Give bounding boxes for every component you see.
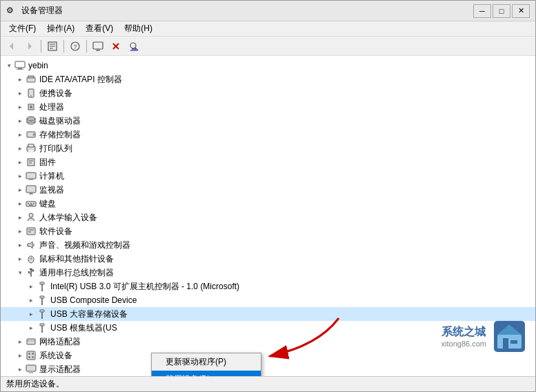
- tree-item[interactable]: ▸鼠标和其他指针设备: [1, 252, 535, 266]
- item-label: 键盘: [39, 198, 56, 210]
- item-label: 便携设备: [39, 88, 72, 99]
- window-icon: ⚙: [6, 6, 17, 17]
- svg-rect-63: [40, 296, 44, 298]
- context-update-driver[interactable]: 更新驱动程序(P): [152, 353, 261, 371]
- watermark-logo: [490, 317, 528, 355]
- expand-icon: ▸: [14, 115, 26, 126]
- svg-point-47: [29, 213, 33, 217]
- device-icon: [26, 267, 37, 278]
- svg-rect-80: [28, 371, 34, 373]
- tree-item[interactable]: ▸打印队列: [1, 141, 535, 155]
- item-label: IDE ATA/ATAPI 控制器: [39, 74, 122, 86]
- expand-icon: ▸: [14, 88, 26, 99]
- context-disable-device[interactable]: 禁用设备(D): [152, 371, 261, 376]
- expand-icon: ▸: [14, 198, 26, 209]
- main-content: ▾yebin▸IDE ATA/ATAPI 控制器▸便携设备▸处理器▸磁盘驱动器▸…: [1, 56, 535, 376]
- expand-icon: ▸: [14, 143, 26, 154]
- menu-view[interactable]: 查看(V): [80, 21, 119, 36]
- svg-rect-69: [40, 324, 44, 326]
- item-label: 鼠标和其他指针设备: [39, 253, 114, 265]
- expand-icon: ▸: [26, 308, 37, 320]
- tree-item[interactable]: ▸处理器: [1, 100, 535, 114]
- svg-rect-43: [28, 203, 29, 204]
- back-button[interactable]: [3, 39, 20, 54]
- svg-point-23: [30, 95, 32, 97]
- svg-rect-46: [29, 204, 33, 206]
- tree-item[interactable]: ▸固件: [1, 155, 535, 169]
- tree-item[interactable]: ▾yebin: [1, 59, 535, 72]
- svg-rect-75: [28, 353, 30, 355]
- menu-action[interactable]: 操作(A): [41, 21, 80, 36]
- minimize-button[interactable]: ─: [473, 4, 491, 18]
- expand-icon: ▸: [14, 226, 26, 237]
- tree-item[interactable]: ▸软件设备: [1, 224, 535, 238]
- forward-button[interactable]: [21, 39, 38, 54]
- item-label: yebin: [28, 61, 48, 70]
- watermark-line2: xitong86.com: [441, 340, 486, 348]
- tree-item[interactable]: ▸人体学输入设备: [1, 210, 535, 224]
- tree-item[interactable]: ▸Intel(R) USB 3.0 可扩展主机控制器 - 1.0 (Micros…: [1, 280, 535, 293]
- scan-button[interactable]: [126, 39, 142, 54]
- svg-rect-84: [497, 335, 522, 349]
- tree-item[interactable]: ▸显示适配器: [1, 362, 535, 376]
- tree-item[interactable]: ▸便携设备: [1, 86, 535, 100]
- expand-icon: ▸: [14, 129, 26, 140]
- device-icon: [26, 115, 37, 126]
- item-label: 固件: [39, 157, 56, 168]
- tree-item[interactable]: ▸存储控制器: [1, 128, 535, 141]
- properties-button[interactable]: [44, 39, 61, 54]
- window-controls: ─ □ ✕: [473, 4, 530, 18]
- maximize-button[interactable]: □: [493, 4, 510, 18]
- item-label: Intel(R) USB 3.0 可扩展主机控制器 - 1.0 (Microso…: [50, 281, 239, 293]
- device-icon: [26, 170, 37, 182]
- separator-2: [63, 40, 64, 52]
- window-title: 设备管理器: [21, 5, 473, 17]
- device-icon: [26, 101, 37, 112]
- svg-point-71: [41, 331, 43, 333]
- item-label: USB 大容量存储设备: [50, 308, 128, 320]
- menu-file[interactable]: 文件(F): [3, 21, 41, 36]
- expand-icon: ▸: [14, 157, 26, 168]
- svg-rect-79: [26, 365, 36, 371]
- svg-rect-86: [503, 338, 508, 349]
- svg-point-68: [41, 317, 43, 319]
- tree-item[interactable]: ▸计算机: [1, 169, 535, 183]
- svg-rect-77: [28, 356, 30, 358]
- svg-point-62: [41, 290, 43, 291]
- svg-rect-44: [30, 203, 32, 204]
- tree-item[interactable]: ▸磁盘驱动器: [1, 114, 535, 128]
- svg-point-28: [27, 117, 35, 121]
- svg-rect-87: [510, 340, 517, 344]
- context-menu: 更新驱动程序(P) 禁用设备(D) 卸载设备(U) 扫描检测硬件改动(A): [151, 353, 261, 376]
- tree-item[interactable]: ▸监视器: [1, 183, 535, 197]
- menu-help[interactable]: 帮助(H): [119, 21, 158, 36]
- expand-icon: ▸: [14, 336, 26, 347]
- tree-item[interactable]: ▸IDE ATA/ATAPI 控制器: [1, 72, 535, 86]
- svg-rect-18: [18, 68, 22, 69]
- svg-rect-39: [26, 186, 36, 193]
- svg-rect-78: [32, 356, 34, 358]
- item-label: USB 根集线器(US: [50, 322, 117, 334]
- item-label: 通用串行总线控制器: [39, 267, 114, 279]
- tree-item[interactable]: ▸声音、视频和游戏控制器: [1, 238, 535, 252]
- svg-rect-8: [93, 42, 103, 49]
- tree-item[interactable]: ▾通用串行总线控制器: [1, 266, 535, 280]
- remove-button[interactable]: [108, 39, 124, 54]
- tree-item[interactable]: ▸键盘: [1, 197, 535, 210]
- monitor-button[interactable]: [90, 39, 106, 54]
- expand-icon: ▸: [14, 74, 26, 85]
- item-label: 软件设备: [39, 226, 72, 237]
- expand-icon: ▸: [26, 322, 37, 333]
- expand-icon: ▸: [14, 364, 26, 375]
- help-button[interactable]: ?: [67, 39, 83, 54]
- device-icon: [37, 308, 48, 320]
- device-icon: [26, 226, 37, 237]
- close-button[interactable]: ✕: [512, 4, 530, 18]
- svg-rect-66: [40, 310, 44, 312]
- svg-rect-60: [40, 282, 44, 284]
- svg-rect-21: [28, 76, 34, 78]
- svg-rect-17: [15, 61, 25, 68]
- watermark-line1: 系统之城: [441, 325, 486, 340]
- tree-item[interactable]: ▸USB Composite Device: [1, 293, 535, 307]
- device-icon: [26, 157, 37, 168]
